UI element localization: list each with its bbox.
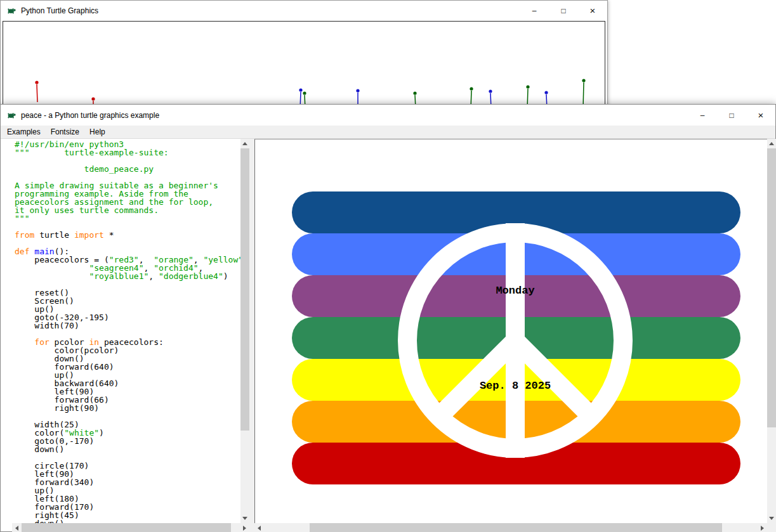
code-line: down() bbox=[15, 445, 240, 453]
arrow-right-icon bbox=[761, 526, 764, 531]
scroll-up-button[interactable] bbox=[240, 139, 249, 148]
peace-window-title: peace - a Python turtle graphics example bbox=[21, 111, 159, 120]
scroll-down-button[interactable] bbox=[240, 514, 249, 523]
menu-examples[interactable]: Examples bbox=[2, 126, 46, 138]
code-line: """ bbox=[15, 214, 240, 223]
code-line: it only uses turtle commands. bbox=[15, 206, 240, 214]
turtle-icon bbox=[6, 6, 16, 16]
code-hscroll-thumb[interactable] bbox=[22, 523, 231, 532]
peace-left-arm bbox=[438, 341, 515, 418]
scroll-down-button[interactable] bbox=[767, 514, 776, 523]
bg-window-controls: – □ × bbox=[520, 1, 607, 20]
code-line: """ turtle-example-suite: bbox=[15, 148, 240, 157]
bg-minimize-button[interactable]: – bbox=[520, 1, 549, 20]
scroll-left-button[interactable] bbox=[12, 523, 22, 532]
peace-maximize-button[interactable]: □ bbox=[717, 105, 746, 126]
peace-window-controls: – □ × bbox=[688, 105, 775, 126]
menu-help[interactable]: Help bbox=[84, 126, 110, 138]
peace-right-arm bbox=[515, 341, 593, 418]
scroll-right-button[interactable] bbox=[758, 523, 767, 532]
code-line: tdemo_peace.py bbox=[15, 165, 240, 173]
code-editor[interactable]: #!/usr/bin/env python3""" turtle-example… bbox=[12, 139, 240, 523]
bg-window-title: Python Turtle Graphics bbox=[21, 6, 98, 15]
code-vscroll-thumb[interactable] bbox=[240, 148, 249, 431]
bg-maximize-button[interactable]: □ bbox=[549, 1, 578, 20]
menubar: Examples Fontsize Help bbox=[1, 126, 775, 139]
peace-titlebar[interactable]: peace - a Python turtle graphics example… bbox=[1, 105, 775, 126]
code-horizontal-scrollbar[interactable] bbox=[12, 523, 249, 532]
scrollbar-corner bbox=[767, 523, 776, 532]
turtle-graphics-window: Python Turtle Graphics – □ × bbox=[0, 0, 608, 113]
window-content: #!/usr/bin/env python3""" turtle-example… bbox=[1, 139, 775, 531]
scroll-right-button[interactable] bbox=[240, 523, 249, 532]
arrow-up-icon bbox=[769, 142, 774, 145]
scroll-left-button[interactable] bbox=[254, 523, 264, 532]
arrow-left-icon bbox=[15, 526, 18, 531]
peace-window: peace - a Python turtle graphics example… bbox=[0, 104, 776, 532]
turtle-drawing-canvas[interactable]: Monday Sep. 8 2025 bbox=[254, 139, 767, 523]
arrow-right-icon bbox=[243, 526, 246, 531]
peace-minimize-button[interactable]: – bbox=[688, 105, 717, 126]
arrow-down-icon bbox=[769, 517, 774, 520]
scroll-up-button[interactable] bbox=[767, 139, 776, 148]
pane-divider[interactable] bbox=[249, 139, 254, 532]
canvas-vscroll-thumb[interactable] bbox=[767, 148, 776, 427]
peace-symbol bbox=[255, 139, 767, 523]
weekday-label: Monday bbox=[496, 285, 534, 297]
bg-turtle-canvas[interactable] bbox=[3, 21, 605, 112]
turtle-icon bbox=[6, 110, 16, 120]
code-vertical-scrollbar[interactable] bbox=[240, 139, 249, 523]
code-line: width(70) bbox=[15, 321, 240, 330]
arrow-up-icon bbox=[242, 142, 247, 145]
arrow-down-icon bbox=[242, 517, 247, 520]
bg-titlebar[interactable]: Python Turtle Graphics – □ × bbox=[1, 1, 607, 20]
bg-close-button[interactable]: × bbox=[578, 1, 607, 20]
date-label: Sep. 8 2025 bbox=[480, 380, 551, 392]
peace-close-button[interactable]: × bbox=[746, 105, 775, 126]
canvas-vertical-scrollbar[interactable] bbox=[767, 139, 776, 523]
code-line: right(90) bbox=[15, 404, 240, 412]
code-line: "royalblue1", "dodgerblue4") bbox=[15, 272, 240, 280]
menu-fontsize[interactable]: Fontsize bbox=[46, 126, 84, 138]
canvas-hscroll-thumb[interactable] bbox=[310, 523, 722, 532]
canvas-horizontal-scrollbar[interactable] bbox=[254, 523, 767, 532]
arrow-left-icon bbox=[258, 526, 261, 531]
code-line: from turtle import * bbox=[15, 231, 240, 239]
